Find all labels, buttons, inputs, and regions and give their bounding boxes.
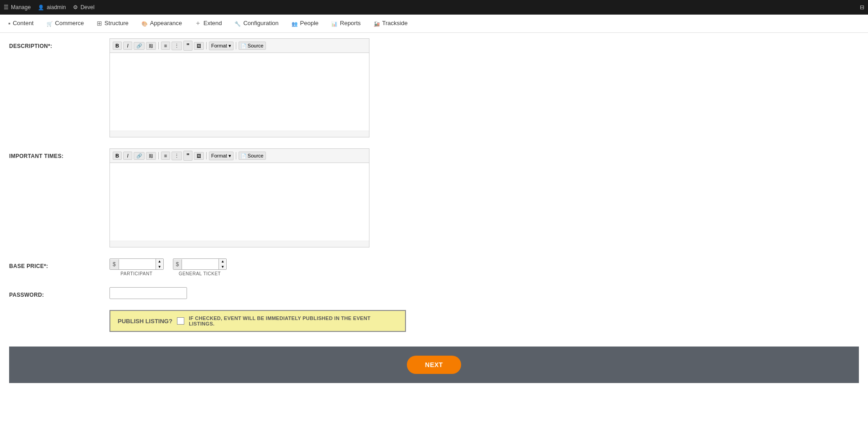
password-input[interactable] [109, 287, 187, 299]
nav-appearance[interactable]: Appearance [135, 15, 188, 32]
it-toolbar-sep-3 [236, 152, 236, 159]
description-toolbar: Format Source [110, 39, 369, 53]
description-editor-body[interactable] [110, 53, 369, 131]
italic-button[interactable] [123, 42, 132, 50]
it-ordered-list-button[interactable] [172, 152, 182, 160]
format-dropdown[interactable]: Format [209, 42, 234, 50]
password-label: PASSWORD: [9, 287, 109, 298]
nav-commerce[interactable]: Commerce [40, 15, 91, 32]
base-price-row: BASE PRICE*: $ ▲ ▼ PARTICIPANT [9, 253, 859, 282]
participant-price-input[interactable] [119, 259, 156, 269]
bold-button[interactable] [113, 42, 122, 50]
important-times-rte-footer [110, 241, 369, 247]
participant-price-up[interactable]: ▲ [156, 259, 163, 264]
important-times-editor-body[interactable] [110, 163, 369, 241]
important-times-field: Format Source [109, 148, 859, 247]
publish-field: PUBLISH LISTING? IF CHECKED, EVENT WILL … [109, 310, 859, 332]
user-menu[interactable]: aiadmin [38, 4, 66, 11]
participant-label: PARTICIPANT [120, 271, 152, 276]
publish-checkbox[interactable] [177, 317, 184, 325]
nav-commerce-label: Commerce [55, 20, 84, 26]
blockquote-button[interactable] [183, 41, 192, 51]
user-icon [38, 4, 44, 11]
image-button[interactable] [194, 42, 204, 50]
source-icon [241, 43, 246, 48]
ordered-list-button[interactable] [172, 42, 182, 50]
unlink-button[interactable] [146, 42, 156, 50]
general-ticket-price-spinner: ▲ ▼ [218, 259, 226, 269]
general-ticket-label: GENERAL TICKET [179, 271, 221, 276]
it-source-icon [241, 153, 246, 158]
devel-label: Devel [80, 4, 94, 11]
admin-bar: Manage aiadmin Devel [0, 0, 868, 15]
it-link-button[interactable] [134, 152, 145, 160]
participant-price-spinner: ▲ ▼ [156, 259, 163, 269]
format-dropdown-label: Format [211, 43, 227, 48]
form-section: DESCRIPTION*: Fo [9, 33, 859, 337]
price-group: $ ▲ ▼ PARTICIPANT $ [109, 258, 859, 276]
it-bold-button[interactable] [113, 152, 122, 160]
unordered-list-button[interactable] [161, 42, 170, 50]
sidebar-toggle[interactable] [860, 4, 864, 11]
description-rte: Format Source [109, 38, 369, 137]
nav-reports[interactable]: Reports [325, 15, 367, 32]
it-source-dropdown[interactable]: Source [239, 152, 266, 160]
description-rte-footer [110, 131, 369, 137]
general-ticket-price-up[interactable]: ▲ [219, 259, 226, 264]
nav-appearance-label: Appearance [150, 20, 182, 26]
general-ticket-currency-symbol: $ [173, 259, 182, 269]
nav-trackside[interactable]: Trackside [367, 15, 414, 32]
it-unordered-list-button[interactable] [161, 152, 170, 160]
it-unlink-button[interactable] [146, 152, 156, 160]
important-times-toolbar: Format Source [110, 149, 369, 163]
nav-people-label: People [300, 20, 318, 26]
format-chevron-icon [229, 43, 231, 49]
extend-icon [195, 19, 201, 27]
general-ticket-price-input-row: $ ▲ ▼ [173, 258, 227, 270]
configuration-icon [234, 20, 241, 27]
publish-listing-label: PUBLISH LISTING? [118, 318, 172, 325]
link-button[interactable] [134, 42, 145, 50]
description-field: Format Source [109, 38, 859, 137]
reports-icon [331, 20, 338, 27]
nav-configuration[interactable]: Configuration [228, 15, 285, 32]
it-image-button[interactable] [194, 152, 204, 160]
source-dropdown[interactable]: Source [239, 42, 266, 50]
footer-bar: NEXT [9, 347, 859, 383]
it-blockquote-button[interactable] [183, 151, 192, 161]
important-times-label: IMPORTANT TIMES: [9, 148, 109, 159]
it-toolbar-sep-2 [206, 152, 207, 159]
participant-price-wrap: $ ▲ ▼ PARTICIPANT [109, 258, 164, 276]
publish-description: IF CHECKED, EVENT WILL BE IMMEDIATELY PU… [189, 315, 398, 326]
it-italic-button[interactable] [123, 152, 132, 160]
toolbar-sep-3 [236, 42, 236, 49]
base-price-field: $ ▲ ▼ PARTICIPANT $ [109, 258, 859, 276]
menu-icon [4, 4, 9, 11]
nav-reports-label: Reports [340, 20, 361, 26]
participant-price-down[interactable]: ▼ [156, 264, 163, 270]
nav-content[interactable]: Content [2, 15, 40, 32]
it-format-dropdown-label: Format [211, 153, 227, 158]
general-ticket-price-input[interactable] [182, 259, 218, 269]
base-price-label: BASE PRICE*: [9, 258, 109, 269]
important-times-row: IMPORTANT TIMES: [9, 143, 859, 253]
structure-icon [97, 20, 102, 27]
publish-row-label [9, 310, 109, 315]
devel-menu[interactable]: Devel [73, 4, 94, 11]
nav-people[interactable]: People [285, 15, 325, 32]
manage-menu[interactable]: Manage [4, 4, 31, 11]
nav-bar: Content Commerce Structure Appearance Ex… [0, 15, 868, 33]
participant-price-input-row: $ ▲ ▼ [109, 258, 164, 270]
next-button[interactable]: NEXT [407, 356, 461, 374]
nav-extend[interactable]: Extend [188, 15, 228, 32]
nav-extend-label: Extend [203, 20, 222, 26]
nav-structure[interactable]: Structure [90, 15, 135, 32]
important-times-rte: Format Source [109, 148, 369, 247]
general-ticket-price-down[interactable]: ▼ [219, 264, 226, 270]
commerce-icon [47, 20, 53, 27]
it-format-dropdown[interactable]: Format [209, 152, 234, 160]
participant-currency-symbol: $ [110, 259, 119, 269]
it-format-chevron-icon [229, 153, 231, 159]
it-toolbar-sep-1 [158, 152, 159, 159]
nav-trackside-label: Trackside [382, 20, 408, 26]
